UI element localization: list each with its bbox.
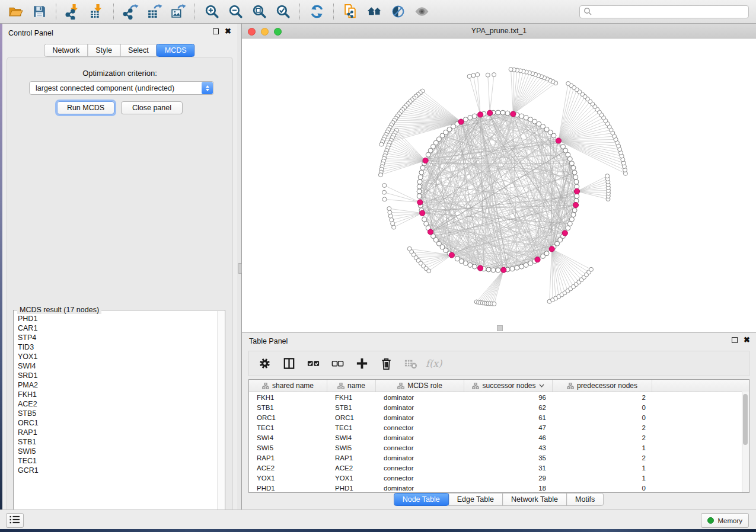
export-table-button[interactable] [142,2,166,22]
table-row[interactable]: PHD1PHD1dominator180 [249,483,749,493]
graph-node[interactable] [575,194,579,198]
graph-hub-node[interactable] [417,200,423,205]
panel-divider-grip[interactable] [238,263,242,274]
add-column-button[interactable] [352,354,371,373]
graph-node[interactable] [463,117,468,122]
tab-style[interactable]: Style [87,44,120,57]
graph-satellite-node[interactable] [388,210,392,214]
network-graph[interactable] [242,39,756,332]
graph-node[interactable] [417,189,422,194]
mcds-result-item[interactable]: STB5 [18,409,217,418]
tab-select[interactable]: Select [120,44,157,57]
search-box[interactable] [579,5,749,18]
graph-node[interactable] [519,264,524,269]
graph-node[interactable] [572,208,577,213]
graph-satellite-node[interactable] [566,82,570,86]
mcds-result-item[interactable]: STP4 [18,333,217,342]
table-row[interactable]: STB1STB1dominator620 [249,402,749,412]
graph-node[interactable] [486,267,491,272]
graph-satellite-node[interactable] [379,142,384,146]
open-file-button[interactable] [4,2,27,22]
graph-node[interactable] [463,261,468,265]
graph-node[interactable] [569,217,574,222]
save-session-button[interactable] [27,2,51,22]
mcds-result-item[interactable]: RAP1 [18,428,217,437]
graph-node[interactable] [468,116,473,120]
graph-node[interactable] [496,110,500,115]
table-row[interactable]: FKH1FKH1dominator962 [249,392,749,402]
graph-hub-node[interactable] [556,138,561,143]
column-header-predecessor-nodes[interactable]: predecessor nodes [553,380,652,392]
window-minimize-traffic-light[interactable] [261,28,269,36]
graph-node[interactable] [524,262,528,267]
table-row[interactable]: ACE2ACE2connector311 [249,463,749,473]
graph-hub-node[interactable] [449,252,454,258]
mcds-list-scrollbar[interactable] [217,311,224,530]
search-input[interactable] [594,7,745,17]
task-history-button[interactable] [6,513,24,528]
table-row[interactable]: TEC1TEC1connector472 [249,422,749,432]
graph-hub-node[interactable] [501,267,506,273]
graph-node[interactable] [510,267,515,271]
import-network-button[interactable] [61,2,85,22]
graph-node[interactable] [573,175,578,180]
graph-hub-node[interactable] [487,110,493,116]
mcds-result-item[interactable]: ORC1 [18,418,217,428]
export-network-button[interactable] [119,2,142,22]
graph-satellite-node[interactable] [382,184,387,188]
graph-hub-node[interactable] [562,230,567,236]
graph-satellite-node[interactable] [589,267,594,271]
zoom-in-button[interactable] [200,2,224,22]
graph-node[interactable] [574,180,579,184]
graph-node[interactable] [571,213,576,217]
graph-node[interactable] [561,144,566,149]
graph-satellite-node[interactable] [382,190,387,194]
close-panel-button[interactable]: Close panel [121,101,183,114]
graph-hub-node[interactable] [428,229,433,235]
graph-hub-node[interactable] [535,257,540,262]
graph-node[interactable] [496,268,500,273]
table-row[interactable]: ORC1ORC1dominator610 [249,412,749,422]
table-settings-button[interactable] [255,354,274,373]
close-table-panel-icon[interactable]: ✖ [744,337,750,343]
graph-satellite-node[interactable] [388,214,393,218]
table-row[interactable]: YOX1YOX1connector291 [249,473,749,483]
graph-node[interactable] [524,116,528,120]
graph-satellite-node[interactable] [492,73,496,77]
column-header-name[interactable]: name [327,380,376,392]
mcds-result-item[interactable]: CAR1 [18,323,217,333]
window-zoom-traffic-light[interactable] [274,28,282,36]
column-header-MCDS-role[interactable]: MCDS role [376,380,464,392]
graph-hub-node[interactable] [420,210,425,216]
graph-node[interactable] [417,184,422,189]
hide-selected-button[interactable] [386,2,410,22]
graph-node[interactable] [519,114,524,118]
graph-node[interactable] [575,184,579,189]
graph-node[interactable] [419,170,424,175]
export-image-button[interactable] [166,2,190,22]
mcds-result-item[interactable]: PHD1 [18,314,217,323]
graph-node[interactable] [528,117,533,122]
graph-node[interactable] [422,217,427,222]
tab-mcds[interactable]: MCDS [157,44,195,57]
zoom-selected-button[interactable] [271,2,295,22]
graph-satellite-node[interactable] [476,73,480,77]
mcds-result-item[interactable]: GCR1 [18,466,217,475]
memory-button[interactable]: Memory [701,513,749,528]
graph-node[interactable] [426,152,430,157]
graph-node[interactable] [472,114,477,118]
deselect-all-button[interactable] [328,354,347,373]
graph-satellite-node[interactable] [492,302,496,306]
table-row[interactable]: RAP1RAP1dominator352 [249,453,749,463]
graph-satellite-node[interactable] [486,73,490,77]
graph-node[interactable] [569,161,574,166]
graph-node[interactable] [500,110,505,115]
column-header-successor-nodes[interactable]: successor nodes [464,380,553,392]
network-from-selection-button[interactable] [339,2,362,22]
graph-node[interactable] [468,262,473,267]
tab-network[interactable]: Network [44,44,88,57]
canvas-scroll-grip[interactable] [497,325,503,331]
zoom-fit-button[interactable] [247,2,271,22]
graph-node[interactable] [491,268,496,273]
mcds-result-item[interactable]: YOX1 [18,352,217,361]
